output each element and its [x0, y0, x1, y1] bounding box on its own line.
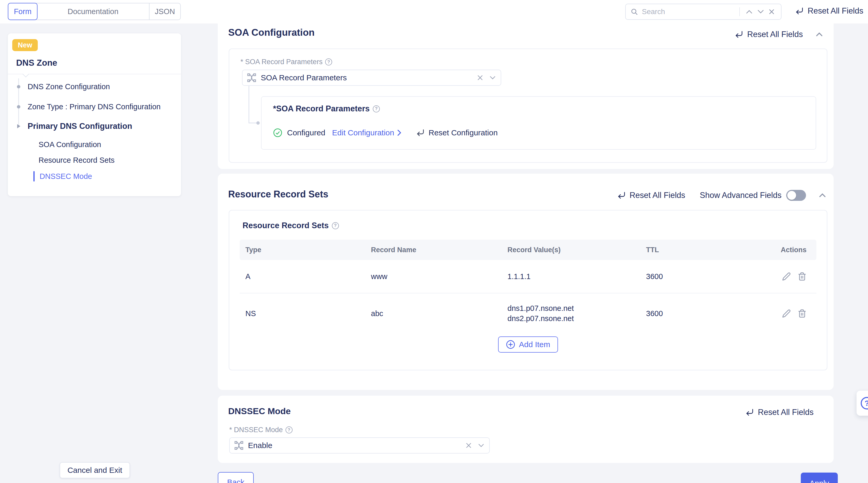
- edit-configuration-link[interactable]: Edit Configuration: [332, 128, 401, 137]
- reset-configuration-label: Reset Configuration: [429, 128, 498, 137]
- rrs-reset-all-fields[interactable]: Reset All Fields: [617, 191, 685, 200]
- connector-line: [249, 86, 249, 123]
- configured-status: Configured: [287, 128, 326, 137]
- sidebar-collapse-notch[interactable]: [22, 71, 29, 77]
- sidebar-item-label: DNSSEC Mode: [40, 172, 92, 181]
- clear-icon[interactable]: [477, 74, 484, 81]
- dnssec-mode-dropdown[interactable]: Enable: [229, 437, 490, 454]
- dnssec-mode-section: DNSSEC Mode Reset All Fields * DNSSEC Mo…: [218, 396, 834, 463]
- sidebar-item-soa-configuration[interactable]: SOA Configuration: [8, 139, 181, 150]
- help-circle-icon: ?: [861, 397, 868, 409]
- new-badge: New: [12, 39, 38, 51]
- collapse-section-icon[interactable]: [818, 193, 826, 198]
- dnssec-field-label: * DNSSEC Mode ?: [229, 426, 292, 434]
- reset-all-fields-label: Reset All Fields: [747, 30, 803, 39]
- search-clear-icon[interactable]: [766, 9, 777, 15]
- chevron-down-icon[interactable]: [489, 76, 496, 80]
- schema-branch-icon: [234, 441, 244, 450]
- table-row: NS abc dns1.p07.nsone.net dns2.p07.nsone…: [240, 293, 816, 334]
- record-value-line: dns2.p07.nsone.net: [507, 313, 640, 324]
- chevron-down-icon[interactable]: [478, 443, 485, 448]
- sidebar-item-dns-zone-configuration[interactable]: DNS Zone Configuration: [8, 81, 181, 92]
- dropdown-value: SOA Record Parameters: [261, 73, 347, 82]
- sidebar-item-resource-record-sets[interactable]: Resource Record Sets: [8, 154, 181, 166]
- edit-row-icon[interactable]: [782, 272, 791, 281]
- sidebar-item-label: DNS Zone Configuration: [28, 82, 110, 91]
- cell-record-name: abc: [365, 309, 502, 318]
- help-icon[interactable]: ?: [325, 58, 332, 65]
- cell-type: NS: [240, 309, 365, 318]
- cell-record-name: www: [365, 272, 502, 281]
- sidebar-divider: [8, 74, 181, 74]
- dropdown-value: Enable: [248, 441, 272, 450]
- edit-configuration-label: Edit Configuration: [332, 128, 394, 137]
- sidebar-item-label: Zone Type : Primary DNS Configuration: [28, 103, 160, 111]
- sidebar-item-primary-dns-configuration[interactable]: Primary DNS Configuration: [8, 120, 181, 133]
- reset-configuration-button[interactable]: Reset Configuration: [416, 128, 498, 137]
- bullet-icon: [17, 105, 20, 109]
- sidebar-title: DNS Zone: [16, 58, 57, 68]
- delete-row-icon[interactable]: [798, 272, 807, 281]
- subcard-title-text: *SOA Record Parameters: [273, 104, 370, 113]
- section-title: Resource Record Sets: [228, 189, 328, 200]
- section-title: DNSSEC Mode: [228, 406, 291, 416]
- chevron-right-icon: [397, 129, 401, 136]
- tab-form[interactable]: Form: [8, 3, 37, 20]
- col-header-actions: Actions: [750, 246, 816, 254]
- sidebar-item-label: Primary DNS Configuration: [28, 121, 132, 131]
- soa-parameters-dropdown[interactable]: SOA Record Parameters: [242, 69, 501, 86]
- help-icon[interactable]: ?: [373, 105, 380, 112]
- search-box: [625, 4, 781, 20]
- dnssec-reset-all-fields[interactable]: Reset All Fields: [745, 408, 813, 417]
- undo-icon: [735, 30, 743, 39]
- back-button[interactable]: Back: [218, 472, 254, 483]
- cancel-and-exit-button[interactable]: Cancel and Exit: [60, 462, 130, 478]
- apply-button[interactable]: Apply: [801, 473, 838, 483]
- col-header-type: Type: [240, 246, 365, 254]
- delete-row-icon[interactable]: [798, 309, 807, 318]
- show-advanced-fields-toggle[interactable]: [786, 190, 806, 201]
- cell-type: A: [240, 272, 365, 281]
- record-value-line: dns1.p07.nsone.net: [507, 303, 640, 313]
- subcard-title: *SOA Record Parameters ?: [273, 104, 380, 113]
- toggle-knob: [787, 191, 796, 200]
- soa-parameters-card: * SOA Record Parameters ? SOA Record Par…: [229, 49, 827, 163]
- soa-configuration-section: SOA Configuration Reset All Fields * SOA…: [218, 24, 834, 169]
- soa-reset-all-fields[interactable]: Reset All Fields: [735, 30, 803, 39]
- show-advanced-fields-label: Show Advanced Fields: [700, 191, 781, 200]
- cell-record-value: 1.1.1.1: [502, 272, 640, 281]
- search-prev-icon[interactable]: [743, 9, 755, 14]
- clear-icon[interactable]: [465, 442, 472, 449]
- tab-documentation[interactable]: Documentation: [37, 3, 149, 20]
- field-label-text: * DNSSEC Mode: [229, 426, 283, 434]
- col-header-ttl: TTL: [640, 246, 750, 254]
- cell-ttl: 3600: [640, 309, 750, 318]
- search-next-icon[interactable]: [755, 9, 766, 14]
- help-icon[interactable]: ?: [332, 222, 339, 229]
- add-item-button[interactable]: Add Item: [498, 336, 558, 352]
- soa-param-field-label: * SOA Record Parameters ?: [241, 58, 332, 66]
- reset-all-fields-label: Reset All Fields: [758, 408, 813, 417]
- col-header-record-name: Record Name: [365, 246, 502, 254]
- active-indicator-bar: [33, 171, 35, 181]
- table-row: A www 1.1.1.1 3600: [240, 260, 816, 293]
- collapse-section-icon[interactable]: [815, 32, 823, 37]
- connector-dot: [256, 121, 260, 125]
- search-divider: [739, 7, 740, 16]
- rrs-card-title: Resource Record Sets ?: [243, 221, 339, 230]
- col-header-record-values: Record Value(s): [502, 246, 640, 254]
- search-icon: [630, 8, 638, 16]
- help-icon[interactable]: ?: [285, 426, 292, 433]
- help-fab[interactable]: ?: [857, 391, 868, 416]
- tab-json[interactable]: JSON: [149, 3, 180, 20]
- rrs-table: Type Record Name Record Value(s) TTL Act…: [240, 240, 816, 334]
- search-input[interactable]: [642, 7, 736, 16]
- undo-icon: [617, 191, 626, 200]
- edit-row-icon[interactable]: [782, 309, 791, 318]
- plus-circle-icon: [506, 340, 515, 349]
- sidebar-item-zone-type[interactable]: Zone Type : Primary DNS Configuration: [8, 101, 181, 113]
- view-tab-group: Form Documentation JSON: [8, 3, 181, 20]
- check-circle-icon: [273, 128, 282, 137]
- sidebar-item-dnssec-mode[interactable]: DNSSEC Mode: [8, 170, 181, 182]
- reset-all-fields-global[interactable]: Reset All Fields: [795, 6, 863, 16]
